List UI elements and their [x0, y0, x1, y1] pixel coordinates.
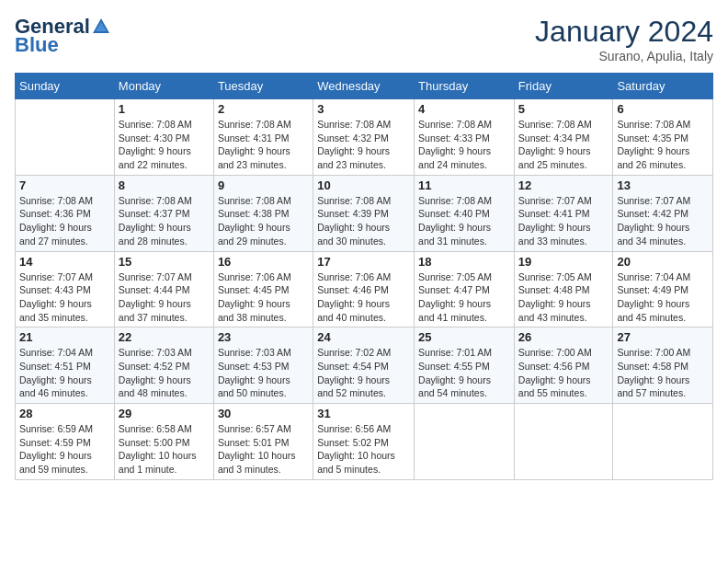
month-title: January 2024 [535, 15, 713, 49]
day-number: 25 [418, 330, 510, 344]
calendar-cell [415, 404, 515, 480]
calendar-cell [613, 404, 713, 480]
location: Surano, Apulia, Italy [535, 49, 713, 63]
weekday-header: Wednesday [313, 74, 415, 99]
calendar-cell: 10Sunrise: 7:08 AM Sunset: 4:39 PM Dayli… [313, 175, 415, 251]
day-info: Sunrise: 6:58 AM Sunset: 5:00 PM Dayligh… [119, 422, 210, 477]
day-info: Sunrise: 7:08 AM Sunset: 4:33 PM Dayligh… [418, 118, 510, 172]
weekday-header: Sunday [16, 74, 115, 99]
calendar-cell: 23Sunrise: 7:03 AM Sunset: 4:53 PM Dayli… [213, 327, 313, 404]
day-info: Sunrise: 7:08 AM Sunset: 4:35 PM Dayligh… [617, 118, 709, 172]
weekday-header-row: SundayMondayTuesdayWednesdayThursdayFrid… [16, 74, 713, 99]
weekday-header: Friday [514, 74, 613, 99]
day-info: Sunrise: 7:08 AM Sunset: 4:38 PM Dayligh… [218, 194, 309, 248]
day-number: 23 [218, 330, 309, 344]
day-info: Sunrise: 7:06 AM Sunset: 4:46 PM Dayligh… [317, 270, 410, 325]
day-number: 19 [518, 255, 609, 269]
calendar-cell: 30Sunrise: 6:57 AM Sunset: 5:01 PM Dayli… [213, 404, 313, 480]
day-info: Sunrise: 7:03 AM Sunset: 4:53 PM Dayligh… [218, 346, 309, 400]
day-info: Sunrise: 7:08 AM Sunset: 4:34 PM Dayligh… [518, 118, 609, 172]
day-number: 31 [317, 407, 410, 420]
calendar-table: SundayMondayTuesdayWednesdayThursdayFrid… [15, 73, 713, 480]
calendar-week-row: 21Sunrise: 7:04 AM Sunset: 4:51 PM Dayli… [16, 327, 713, 404]
day-number: 11 [418, 178, 510, 192]
day-info: Sunrise: 6:57 AM Sunset: 5:01 PM Dayligh… [218, 422, 309, 477]
day-info: Sunrise: 7:08 AM Sunset: 4:31 PM Dayligh… [218, 118, 309, 172]
weekday-header: Thursday [415, 74, 515, 99]
calendar-week-row: 28Sunrise: 6:59 AM Sunset: 4:59 PM Dayli… [16, 404, 713, 480]
day-number: 7 [19, 178, 110, 192]
calendar-cell: 16Sunrise: 7:06 AM Sunset: 4:45 PM Dayli… [213, 251, 313, 327]
calendar-cell: 13Sunrise: 7:07 AM Sunset: 4:42 PM Dayli… [613, 175, 713, 251]
calendar-cell: 7Sunrise: 7:08 AM Sunset: 4:36 PM Daylig… [16, 175, 115, 251]
logo: General Blue [15, 15, 112, 57]
day-number: 30 [218, 407, 309, 420]
day-number: 3 [317, 102, 410, 116]
day-number: 13 [617, 178, 709, 192]
day-info: Sunrise: 7:06 AM Sunset: 4:45 PM Dayligh… [218, 270, 309, 325]
day-number: 20 [617, 255, 709, 269]
day-number: 6 [617, 102, 709, 116]
calendar-cell: 8Sunrise: 7:08 AM Sunset: 4:37 PM Daylig… [114, 175, 213, 251]
day-number: 17 [317, 255, 410, 269]
calendar-cell [16, 99, 115, 176]
calendar-cell: 17Sunrise: 7:06 AM Sunset: 4:46 PM Dayli… [313, 251, 415, 327]
day-number: 24 [317, 330, 410, 344]
calendar-cell: 3Sunrise: 7:08 AM Sunset: 4:32 PM Daylig… [313, 99, 415, 176]
calendar-cell: 24Sunrise: 7:02 AM Sunset: 4:54 PM Dayli… [313, 327, 415, 404]
day-number: 15 [119, 255, 210, 269]
day-info: Sunrise: 7:00 AM Sunset: 4:56 PM Dayligh… [518, 346, 609, 400]
calendar-cell: 29Sunrise: 6:58 AM Sunset: 5:00 PM Dayli… [114, 404, 213, 480]
day-info: Sunrise: 7:03 AM Sunset: 4:52 PM Dayligh… [119, 346, 210, 400]
day-info: Sunrise: 7:07 AM Sunset: 4:44 PM Dayligh… [119, 270, 210, 325]
calendar-cell: 11Sunrise: 7:08 AM Sunset: 4:40 PM Dayli… [415, 175, 515, 251]
logo-icon [91, 17, 111, 37]
day-number: 21 [19, 330, 110, 344]
calendar-cell: 25Sunrise: 7:01 AM Sunset: 4:55 PM Dayli… [415, 327, 515, 404]
day-number: 9 [218, 178, 309, 192]
day-number: 22 [119, 330, 210, 344]
calendar-week-row: 7Sunrise: 7:08 AM Sunset: 4:36 PM Daylig… [16, 175, 713, 251]
day-number: 29 [119, 407, 210, 420]
calendar-week-row: 1Sunrise: 7:08 AM Sunset: 4:30 PM Daylig… [16, 99, 713, 176]
weekday-header: Saturday [613, 74, 713, 99]
calendar-cell: 19Sunrise: 7:05 AM Sunset: 4:48 PM Dayli… [514, 251, 613, 327]
title-block: January 2024 Surano, Apulia, Italy [535, 15, 713, 63]
calendar-cell: 20Sunrise: 7:04 AM Sunset: 4:49 PM Dayli… [613, 251, 713, 327]
calendar-week-row: 14Sunrise: 7:07 AM Sunset: 4:43 PM Dayli… [16, 251, 713, 327]
day-info: Sunrise: 7:01 AM Sunset: 4:55 PM Dayligh… [418, 346, 510, 400]
calendar-cell: 4Sunrise: 7:08 AM Sunset: 4:33 PM Daylig… [415, 99, 515, 176]
day-number: 4 [418, 102, 510, 116]
calendar-cell [514, 404, 613, 480]
day-info: Sunrise: 6:56 AM Sunset: 5:02 PM Dayligh… [317, 422, 410, 477]
calendar-cell: 12Sunrise: 7:07 AM Sunset: 4:41 PM Dayli… [514, 175, 613, 251]
calendar-cell: 26Sunrise: 7:00 AM Sunset: 4:56 PM Dayli… [514, 327, 613, 404]
day-info: Sunrise: 7:07 AM Sunset: 4:43 PM Dayligh… [19, 270, 110, 325]
calendar-cell: 15Sunrise: 7:07 AM Sunset: 4:44 PM Dayli… [114, 251, 213, 327]
day-info: Sunrise: 7:08 AM Sunset: 4:30 PM Dayligh… [119, 118, 210, 172]
day-info: Sunrise: 6:59 AM Sunset: 4:59 PM Dayligh… [19, 422, 110, 477]
day-number: 28 [19, 407, 110, 420]
calendar-cell: 21Sunrise: 7:04 AM Sunset: 4:51 PM Dayli… [16, 327, 115, 404]
day-info: Sunrise: 7:08 AM Sunset: 4:36 PM Dayligh… [19, 194, 110, 248]
day-number: 8 [119, 178, 210, 192]
calendar-cell: 31Sunrise: 6:56 AM Sunset: 5:02 PM Dayli… [313, 404, 415, 480]
calendar-cell: 14Sunrise: 7:07 AM Sunset: 4:43 PM Dayli… [16, 251, 115, 327]
day-number: 18 [418, 255, 510, 269]
day-info: Sunrise: 7:07 AM Sunset: 4:41 PM Dayligh… [518, 194, 609, 248]
day-info: Sunrise: 7:08 AM Sunset: 4:40 PM Dayligh… [418, 194, 510, 248]
day-number: 16 [218, 255, 309, 269]
calendar-cell: 28Sunrise: 6:59 AM Sunset: 4:59 PM Dayli… [16, 404, 115, 480]
day-number: 1 [119, 102, 210, 116]
day-number: 10 [317, 178, 410, 192]
day-info: Sunrise: 7:04 AM Sunset: 4:51 PM Dayligh… [19, 346, 110, 400]
calendar-cell: 22Sunrise: 7:03 AM Sunset: 4:52 PM Dayli… [114, 327, 213, 404]
calendar-cell: 18Sunrise: 7:05 AM Sunset: 4:47 PM Dayli… [415, 251, 515, 327]
logo-blue: Blue [15, 33, 59, 57]
day-info: Sunrise: 7:05 AM Sunset: 4:47 PM Dayligh… [418, 270, 510, 325]
weekday-header: Tuesday [213, 74, 313, 99]
calendar-cell: 27Sunrise: 7:00 AM Sunset: 4:58 PM Dayli… [613, 327, 713, 404]
day-info: Sunrise: 7:08 AM Sunset: 4:37 PM Dayligh… [119, 194, 210, 248]
weekday-header: Monday [114, 74, 213, 99]
calendar-cell: 2Sunrise: 7:08 AM Sunset: 4:31 PM Daylig… [213, 99, 313, 176]
